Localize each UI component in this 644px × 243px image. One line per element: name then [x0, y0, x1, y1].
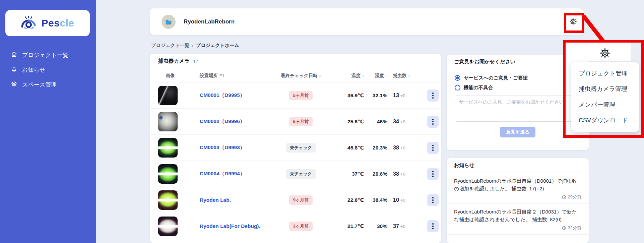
notice-text: RyodenLabRebornのラボ長田自席２（D0031）で新たな捕虫は確認さ…: [454, 208, 581, 223]
project-header: RyodenLabReborn: [150, 8, 584, 35]
radio-option-bug[interactable]: 機能の不具合: [455, 84, 581, 91]
sort-updown-icon: ↑↓: [407, 73, 410, 78]
annotation-box-dropdown: [563, 40, 644, 138]
temperature-value: 36.9℃: [334, 93, 364, 99]
notices-title: お知らせ: [447, 158, 589, 173]
camera-table-card: 捕虫器カメラ 17 画像 設置場所 最終チェック日時↑↓ 温度↑↓ 湿度↑↓ 捕…: [150, 54, 441, 243]
notice-item[interactable]: RyodenLabRebornのラボ長田自席（D0001）で捕虫数の増加を確認し…: [447, 173, 589, 204]
camera-table-titlebar: 捕虫器カメラ 17: [150, 54, 441, 69]
col-image: 画像: [150, 73, 190, 79]
notice-time: 29分前: [454, 194, 581, 200]
col-last-check[interactable]: 最終チェック日時↑↓: [267, 73, 334, 79]
app-name: Pescle: [41, 17, 74, 29]
col-humidity[interactable]: 湿度↑↓: [364, 73, 387, 79]
insect-count: 37 +0: [387, 223, 425, 229]
sidebar: Pescle プロジェクト一覧 お知らせ: [0, 0, 96, 243]
radio-label: 機能の不具合: [464, 84, 493, 91]
camera-name-link[interactable]: CM0003（D9993）: [190, 144, 267, 151]
camera-thumbnail[interactable]: [158, 86, 178, 105]
notices-card: お知らせ RyodenLabRebornのラボ長田自席（D0001）で捕虫数の増…: [447, 158, 589, 243]
col-insect-count[interactable]: 捕虫数↑↓: [387, 73, 425, 79]
sidebar-item-projects[interactable]: プロジェクト一覧: [0, 48, 96, 62]
camera-name-link[interactable]: CM0001（D9995）: [190, 92, 267, 99]
sidebar-nav: プロジェクト一覧 お知らせ スペース管理: [0, 48, 96, 92]
row-menu-button[interactable]: [427, 220, 439, 232]
temperature-value: 22.8℃: [334, 197, 364, 203]
notice-time: 32分前: [454, 225, 581, 231]
project-avatar: [162, 15, 176, 29]
col-temperature[interactable]: 温度↑↓: [334, 73, 364, 79]
camera-name-link[interactable]: CM0004（D9994）: [190, 170, 267, 177]
insect-count-number: 10: [393, 197, 399, 203]
last-check-badge: 9ヶ月前: [289, 195, 313, 205]
gear-icon: [11, 80, 17, 89]
insect-count-delta: +0: [400, 224, 405, 229]
table-row: Ryoden Lab. 9ヶ月前 22.8℃ 38.4% 10 +0: [150, 187, 441, 213]
insect-count-number: 38: [393, 171, 399, 177]
camera-thumbnail[interactable]: [158, 190, 178, 210]
temperature-value: 37℃: [334, 171, 364, 177]
folder-icon: [165, 18, 172, 25]
camera-table-body: CM0001（D9995） 5ヶ月前 36.9℃ 32.1% 13 +0 CM0…: [150, 82, 441, 239]
app-logo[interactable]: Pescle: [5, 10, 90, 36]
notice-item[interactable]: RyodenLabRebornのラボ長田自席２（D0031）で新たな捕虫は確認さ…: [447, 204, 589, 235]
humidity-value: 30%: [364, 223, 387, 229]
humidity-value: 20.3%: [364, 145, 387, 151]
row-menu-button[interactable]: [427, 142, 439, 154]
insect-count-delta: +0: [400, 93, 405, 98]
row-menu-button[interactable]: [427, 168, 439, 180]
camera-thumbnail[interactable]: [158, 112, 178, 131]
camera-name-link[interactable]: Ryoden Lab(For Debug).: [190, 223, 267, 229]
insect-count-delta: +0: [400, 119, 405, 124]
breadcrumb-projects-link[interactable]: プロジェクト一覧: [151, 43, 189, 49]
table-row: CM0004（D9994） 未チェック 37℃ 29.6% 38 +0: [150, 161, 441, 187]
sidebar-item-label: プロジェクト一覧: [22, 51, 68, 59]
camera-thumbnail[interactable]: [158, 138, 178, 158]
sort-updown-icon: ↑↓: [318, 73, 321, 78]
table-row: CM0001（D9995） 5ヶ月前 36.9℃ 32.1% 13 +0: [150, 82, 441, 109]
camera-count: 17: [193, 59, 198, 64]
annotation-box-gear: [564, 13, 584, 33]
last-check-badge: 未チェック: [286, 143, 316, 153]
notice-text: RyodenLabRebornのラボ長田自席（D0001）で捕虫数の増加を確認し…: [454, 177, 581, 192]
camera-table-header: 画像 設置場所 最終チェック日時↑↓ 温度↑↓ 湿度↑↓ 捕虫数↑↓: [150, 69, 441, 82]
sidebar-item-space-admin[interactable]: スペース管理: [0, 77, 96, 92]
camera-thumbnail[interactable]: [158, 164, 178, 184]
insect-count: 10 +0: [387, 197, 425, 203]
insect-count-number: 37: [393, 223, 399, 229]
sort-updown-icon: ↑↓: [361, 73, 364, 78]
temperature-value: 25.6℃: [334, 119, 364, 125]
insect-count-delta: +0: [400, 172, 405, 177]
row-menu-button[interactable]: [427, 89, 439, 102]
feedback-textarea[interactable]: [455, 96, 581, 122]
humidity-value: 32.1%: [364, 93, 387, 99]
insect-count: 38 +0: [387, 171, 425, 177]
breadcrumb: プロジェクト一覧 / プロジェクトホーム: [151, 43, 239, 49]
eye-logo-icon: [21, 16, 38, 31]
col-location[interactable]: 設置場所: [190, 73, 267, 79]
last-check-badge: 未チェック: [286, 169, 316, 179]
radio-unselected-icon[interactable]: [455, 85, 460, 90]
sort-updown-icon: ↑↓: [385, 73, 387, 78]
insect-count-delta: +0: [400, 198, 405, 203]
radio-option-service[interactable]: サービスへのご意見・ご要望: [455, 75, 581, 81]
sidebar-item-notices[interactable]: お知らせ: [0, 62, 96, 77]
temperature-value: 45.8℃: [334, 145, 364, 151]
send-feedback-button[interactable]: 意見を送る: [500, 127, 535, 137]
last-check-badge: 5ヶ月前: [289, 117, 313, 126]
insect-count-number: 34: [393, 119, 399, 125]
app-screen: Pescle プロジェクト一覧 お知らせ: [0, 0, 644, 243]
camera-name-link[interactable]: Ryoden Lab.: [190, 197, 267, 203]
breadcrumb-current: プロジェクトホーム: [196, 43, 239, 49]
row-menu-button[interactable]: [427, 116, 439, 128]
camera-name-link[interactable]: CM0002（D9996）: [190, 118, 267, 125]
insect-count: 38 +0: [387, 145, 425, 151]
row-menu-button[interactable]: [427, 194, 439, 206]
sidebar-item-label: スペース管理: [22, 81, 57, 88]
camera-table-title: 捕虫器カメラ: [158, 58, 190, 65]
humidity-value: 29.6%: [364, 171, 387, 177]
insect-count-number: 13: [393, 93, 399, 99]
camera-thumbnail[interactable]: [158, 217, 178, 236]
table-row: CM0003（D9993） 未チェック 45.8℃ 20.3% 38 +0: [150, 135, 441, 161]
radio-selected-icon[interactable]: [455, 75, 460, 81]
